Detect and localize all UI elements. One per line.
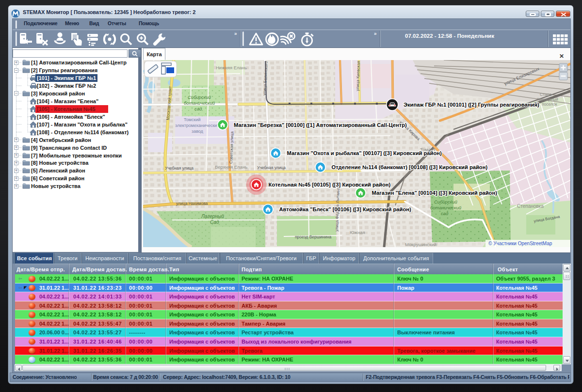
svg-text:Магазин "Елена" [00104] ([3] К: Магазин "Елена" [00104] ([3] Кировский р…	[372, 190, 497, 196]
svg-text:Автомойка "Блеск" [00106] ([3]: Автомойка "Блеск" [00106] ([3] Кировский…	[279, 206, 411, 212]
svg-text:Учебная улица: Учебная улица	[165, 166, 194, 171]
svg-text:Мокрушинский: Мокрушинский	[405, 242, 436, 247]
svg-text:Старо-: Старо-	[540, 92, 553, 97]
svg-text:завод: завод	[192, 129, 204, 134]
svg-text:ботанический: ботанический	[430, 205, 462, 210]
svg-text:поселок: поселок	[542, 102, 557, 107]
svg-text:Экипаж ГБР №1 [00101] ([2] Гр: Экипаж ГБР №1 [00101] ([2] Группы реагир…	[404, 102, 539, 108]
svg-text:Сибирский: Сибирский	[434, 199, 458, 204]
svg-text:Лагерный: Лагерный	[201, 214, 224, 219]
svg-text:Томский: Томский	[184, 117, 200, 122]
svg-text:электромеханический: электромеханический	[175, 123, 219, 128]
svg-text:Сибирский: Сибирский	[188, 94, 211, 100]
svg-text:Карьерный: Карьерный	[537, 97, 558, 102]
svg-text:Учебная улица: Учебная улица	[257, 165, 286, 170]
svg-text:Нижняя Елань: Нижняя Елань	[216, 65, 247, 70]
svg-text:Верхняя Елань: Верхняя Елань	[215, 164, 247, 170]
svg-text:Отделение №114 (банкомат) [001: Отделение №114 (банкомат) [00108] ([3] К…	[331, 164, 487, 170]
svg-text:Южная: Южная	[350, 230, 365, 235]
svg-text:ботанический: ботанический	[184, 100, 215, 106]
svg-text:сад: сад	[441, 211, 448, 216]
svg-text:Магазин "Охота и рыбалка" [001: Магазин "Охота и рыбалка" [00107] ([3] К…	[287, 150, 442, 156]
svg-text:Степановка: Степановка	[517, 204, 544, 209]
svg-text:улица Нахимова: улица Нахимова	[176, 201, 208, 206]
svg-text:проезд Вершинина: проезд Вершинина	[295, 235, 331, 239]
svg-text:сад: сад	[194, 106, 202, 111]
svg-text:Котельная №45 [00105] ([3] Кир: Котельная №45 [00105] ([3] Кировский рай…	[268, 182, 390, 188]
svg-text:Магазин "Березка" [00100] ([1]: Магазин "Березка" [00100] ([1] Автоматиз…	[234, 122, 407, 128]
svg-text:© Участники OpenStreetMap: © Участники OpenStreetMap	[488, 241, 552, 246]
svg-text:Сад: Сад	[210, 220, 219, 225]
